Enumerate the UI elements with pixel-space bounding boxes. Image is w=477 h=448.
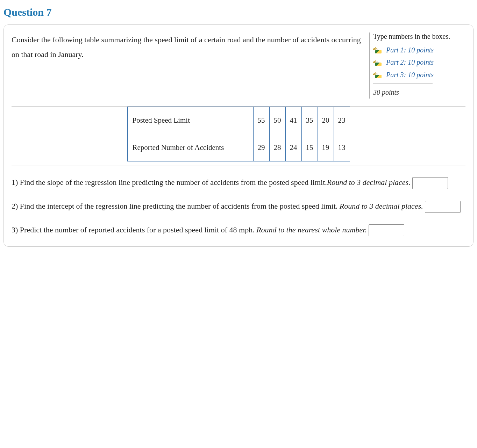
points-part-label: Part 3: 10 points — [386, 71, 434, 79]
points-part-label: Part 1: 10 points — [386, 46, 434, 54]
answer-input-2[interactable] — [425, 201, 461, 213]
answer-input-3[interactable] — [369, 224, 404, 236]
cell: 20 — [318, 107, 334, 134]
points-part-1: Part 1: 10 points — [373, 44, 465, 56]
part-1-text: 1) Find the slope of the regression line… — [12, 178, 327, 187]
row-label: Reported Number of Accidents — [127, 134, 253, 161]
part-3: 3) Predict the number of reported accide… — [12, 223, 465, 237]
part-2-text: 2) Find the intercept of the regression … — [12, 202, 340, 210]
points-part-3: Part 3: 10 points — [373, 69, 465, 81]
question-box: Type numbers in the boxes. Part 1: 10 po… — [3, 24, 474, 247]
question-title: Question 7 — [3, 6, 474, 18]
cell: 23 — [334, 107, 350, 134]
fill-in-icon — [373, 60, 382, 67]
table-row: Reported Number of Accidents 29 28 24 15… — [127, 134, 350, 161]
cell: 24 — [285, 134, 301, 161]
cell: 41 — [285, 107, 301, 134]
part-2-instruction: Round to 3 decimal places. — [340, 202, 423, 210]
points-panel: Type numbers in the boxes. Part 1: 10 po… — [369, 32, 465, 99]
points-part-label: Part 2: 10 points — [386, 58, 434, 66]
part-3-text: 3) Predict the number of reported accide… — [12, 225, 256, 234]
cell: 19 — [318, 134, 334, 161]
cell: 28 — [269, 134, 285, 161]
points-total: 30 points — [373, 86, 465, 99]
divider — [12, 166, 465, 166]
divider — [373, 83, 433, 84]
fill-in-icon — [373, 72, 382, 79]
cell: 13 — [334, 134, 350, 161]
answer-input-1[interactable] — [412, 177, 448, 189]
part-1: 1) Find the slope of the regression line… — [12, 175, 465, 190]
cell: 55 — [253, 107, 269, 134]
cell: 29 — [253, 134, 269, 161]
table-row: Posted Speed Limit 55 50 41 35 20 23 — [127, 107, 350, 134]
points-hint: Type numbers in the boxes. — [373, 32, 465, 41]
cell: 35 — [301, 107, 318, 134]
part-2: 2) Find the intercept of the regression … — [12, 199, 465, 214]
fill-in-icon — [373, 47, 382, 54]
part-3-instruction: Round to the nearest whole number. — [256, 225, 367, 234]
cell: 15 — [301, 134, 318, 161]
cell: 50 — [269, 107, 285, 134]
row-label: Posted Speed Limit — [127, 107, 253, 134]
data-table: Posted Speed Limit 55 50 41 35 20 23 Rep… — [127, 107, 350, 161]
points-part-2: Part 2: 10 points — [373, 56, 465, 68]
part-1-instruction: Round to 3 decimal places. — [327, 178, 411, 187]
